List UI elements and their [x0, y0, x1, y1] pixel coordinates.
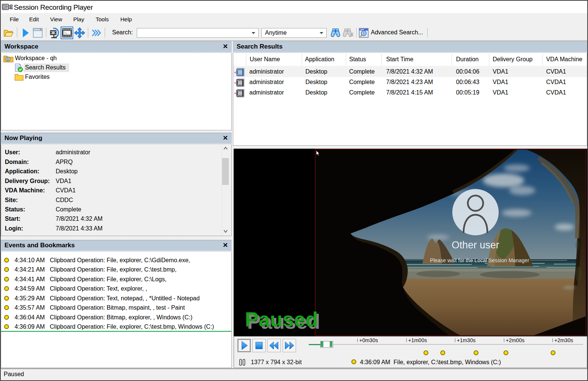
- svg-text:Please wait for the Local Sess: Please wait for the Local Session Manage…: [430, 257, 529, 263]
- svg-text:Other user: Other user: [452, 239, 499, 251]
